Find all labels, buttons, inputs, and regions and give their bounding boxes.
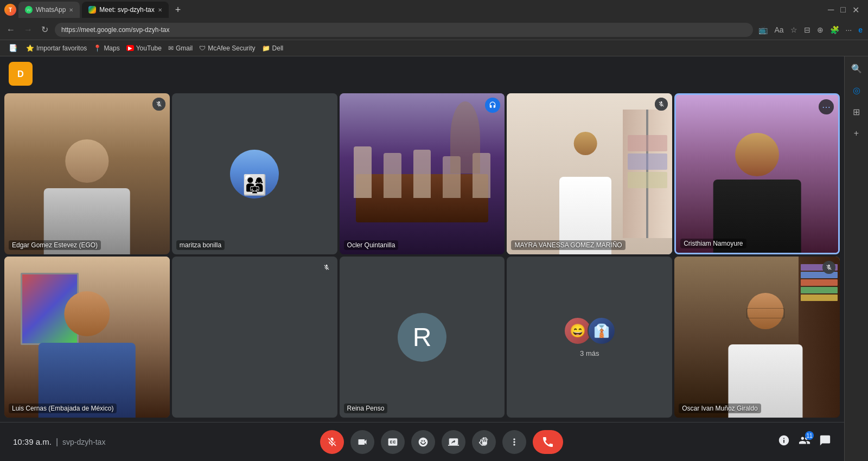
nav-icons: 📺 Aa ☆ ⊟ ⊕ 🧩 ··· e (757, 24, 864, 35)
meet-container: D 🎤 Edgar Gomez Estevez (EGO) 👨‍👩‍👧 (0, 56, 844, 461)
mute-button[interactable] (320, 430, 344, 454)
bookmarks-toggle[interactable]: 📑 (7, 42, 20, 54)
video-grid: 🎤 Edgar Gomez Estevez (EGO) 👨‍👩‍👧 maritz… (0, 91, 844, 422)
edgar-muted-icon: 🎤 (152, 98, 165, 111)
tab-whatsapp-close[interactable]: ✕ (69, 7, 73, 13)
maritza-label: maritza bonilla (176, 240, 225, 250)
more-options-button[interactable] (502, 430, 526, 454)
bookmarks-bar: 📑 ⭐ Importar favoritos 📍 Maps ▶ YouTube … (0, 40, 868, 56)
tile-mayra: MAYRA VANESSA GOMEZ MARIÑO (507, 93, 672, 254)
emoji-button[interactable] (411, 430, 435, 454)
camera-button[interactable] (350, 430, 374, 454)
maps-icon: 📍 (93, 44, 101, 52)
bookmark-youtube-label: YouTube (136, 44, 162, 52)
reina-label: Reina Penso (344, 404, 388, 413)
tile-luis: Luis Cernas (Embajada de México) (4, 257, 170, 418)
more-icon[interactable]: ··· (845, 24, 853, 35)
luis-label: Luis Cernas (Embajada de México) (9, 404, 117, 413)
tile-empty (172, 257, 337, 418)
sidebar-copilot-icon[interactable]: ◎ (849, 82, 864, 98)
tile-edgar: 🎤 Edgar Gomez Estevez (EGO) (4, 93, 170, 254)
sidebar-search-icon[interactable]: 🔍 (849, 61, 864, 76)
tile-cristhiam: ⋯ Cristhiam Namoyure (674, 93, 840, 254)
oscar-muted-icon (822, 261, 835, 274)
bookmark-dell-label: Dell (272, 44, 284, 52)
star-icon[interactable]: ☆ (789, 24, 799, 35)
meeting-time: 10:39 a.m. (13, 437, 52, 446)
youtube-icon: ▶ (126, 45, 134, 51)
oscar-label: Oscar Ivan Muñoz Giraldo (679, 404, 761, 413)
meet-bottombar: 10:39 a.m. | svp-dzyh-tax (0, 422, 844, 461)
reina-avatar: R (398, 313, 446, 362)
tab-meet-label: Meet: svp-dzyh-tax (99, 6, 154, 14)
sidebar-add-icon[interactable]: + (849, 126, 864, 141)
participants-button[interactable]: 11 (799, 434, 810, 449)
maximize-button[interactable]: □ (840, 5, 846, 15)
address-bar[interactable]: https://meet.google.com/svp-dzyh-tax (55, 23, 753, 37)
gmail-icon: ✉ (168, 44, 174, 52)
time-info: 10:39 a.m. | svp-dzyh-tax (13, 437, 105, 447)
window-controls: ─ □ ✕ (828, 5, 864, 15)
bookmark-maps-label: Maps (104, 44, 119, 52)
title-bar: T W WhatsApp ✕ Meet: svp-dzyh-tax ✕ + ─ … (0, 0, 868, 20)
bookmark-dell[interactable]: 📁 Dell (262, 44, 284, 52)
bookmark-maps[interactable]: 📍 Maps (93, 44, 119, 52)
hangup-button[interactable] (533, 430, 563, 454)
browser-sidebar: 🔍 ◎ ⊞ + (844, 56, 868, 461)
tab-whatsapp[interactable]: W WhatsApp ✕ (18, 2, 80, 18)
empty-muted-icon (320, 261, 333, 274)
bookmark-gmail-label: Gmail (176, 44, 193, 52)
whatsapp-favicon: W (25, 6, 33, 14)
tile-oscar: Oscar Ivan Muñoz Giraldo (674, 257, 840, 418)
tab-meet-close[interactable]: ✕ (158, 7, 162, 13)
back-button[interactable]: ← (4, 23, 17, 37)
mayra-muted-icon (655, 98, 668, 111)
profile-pic[interactable]: T (4, 4, 16, 16)
refresh-button[interactable]: ↻ (39, 22, 50, 37)
cristhiam-more-button[interactable]: ⋯ (819, 99, 834, 114)
cast-icon[interactable]: 📺 (757, 24, 769, 35)
controls-right: 11 (778, 434, 831, 449)
info-button[interactable] (778, 434, 790, 449)
meeting-code: svp-dzyh-tax (62, 438, 105, 446)
3mas-label: 3 más (580, 349, 599, 357)
nav-bar: ← → ↻ https://meet.google.com/svp-dzyh-t… (0, 20, 868, 40)
collections-icon[interactable]: ⊕ (816, 24, 825, 35)
time-separator: | (56, 437, 58, 447)
bookmark-mcafee[interactable]: 🛡 McAfee Security (199, 44, 255, 52)
ocler-label: Ocler Quintanilla (344, 240, 399, 250)
title-bar-left: T (4, 4, 16, 16)
bookmark-mcafee-label: McAfee Security (208, 44, 255, 52)
tab-meet[interactable]: Meet: svp-dzyh-tax ✕ (82, 2, 168, 18)
extensions-icon[interactable]: 🧩 (829, 24, 840, 35)
present-button[interactable] (442, 430, 465, 454)
tile-3mas[interactable]: 😄 👔 3 más (507, 257, 672, 418)
new-tab-button[interactable]: + (171, 4, 186, 16)
minimize-button[interactable]: ─ (828, 5, 834, 15)
split-icon[interactable]: ⊟ (803, 24, 812, 35)
meet-favicon (88, 6, 96, 14)
mayra-label: MAYRA VANESSA GOMEZ MARIÑO (511, 240, 625, 250)
bookmark-youtube[interactable]: ▶ YouTube (126, 44, 162, 52)
svg-text:D: D (17, 69, 24, 79)
meet-topbar: D (0, 56, 844, 91)
tile-reina: R Reina Penso (340, 257, 505, 418)
sidebar-apps-icon[interactable]: ⊞ (849, 104, 864, 119)
tile-ocler: Ocler Quintanilla (340, 93, 505, 254)
edgar-label: Edgar Gomez Estevez (EGO) (9, 240, 101, 250)
meet-logo: D (9, 62, 33, 86)
dell-icon: 📁 (262, 44, 270, 52)
forward-button[interactable]: → (22, 23, 35, 37)
bookmark-gmail[interactable]: ✉ Gmail (168, 44, 193, 52)
tile-maritza: 👨‍👩‍👧 maritza bonilla (172, 93, 337, 254)
edge-icon[interactable]: e (857, 24, 864, 35)
bookmark-importar[interactable]: ⭐ Importar favoritos (26, 44, 87, 52)
captions-button[interactable] (381, 430, 405, 454)
chat-button[interactable] (819, 434, 831, 449)
controls-center (105, 430, 778, 454)
reader-icon[interactable]: Aa (773, 24, 784, 35)
importar-icon: ⭐ (26, 44, 34, 52)
raise-hand-button[interactable] (472, 430, 496, 454)
bookmark-importar-label: Importar favoritos (36, 44, 87, 52)
close-button[interactable]: ✕ (852, 5, 859, 15)
